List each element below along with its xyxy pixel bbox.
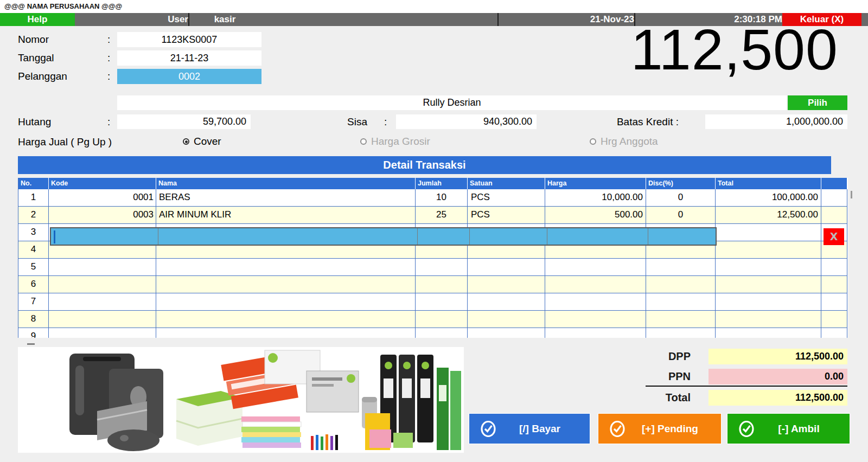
check-circle-icon	[737, 420, 756, 438]
col-header-total: Total	[716, 178, 821, 190]
company-title: @@@ NAMA PERUSAHAAN @@@	[4, 2, 122, 10]
check-circle-icon	[479, 420, 497, 438]
colon: :	[107, 50, 110, 66]
col-header-nama: Nama	[156, 178, 416, 190]
radio-harga-grosir-label[interactable]: Harga Grosir	[371, 134, 430, 149]
help-button[interactable]: Help	[0, 13, 75, 26]
col-header-satuan: Satuan	[468, 178, 545, 190]
pending-button[interactable]: [+] Pending	[598, 413, 722, 444]
total-value: 112,500.00	[709, 390, 847, 406]
table-row[interactable]: 6	[18, 276, 848, 293]
dpp-value: 112,500.00	[709, 349, 847, 364]
office-products-illustration	[18, 347, 464, 453]
check-circle-icon	[608, 420, 627, 438]
pilih-button[interactable]: Pilih	[788, 95, 847, 110]
radio-hrg-anggota-label[interactable]: Hrg Anggota	[601, 134, 658, 149]
hutang-field: 59,700.00	[117, 114, 251, 129]
selection-grid-line	[158, 228, 158, 245]
batas-kredit-label: Batas Kredit :	[592, 114, 679, 129]
selection-grid-line	[648, 228, 648, 245]
table-row[interactable]: 7	[18, 293, 848, 311]
bayar-label: [/] Bayar	[497, 423, 590, 435]
col-header-no: No.	[18, 178, 49, 190]
table-row[interactable]: 2 0003 AIR MINUM KLIR 25 PCS 500.00 0 12…	[18, 207, 848, 224]
radio-harga-grosir-icon[interactable]	[360, 138, 367, 145]
batas-kredit-field: 1,000,000.00	[705, 114, 847, 129]
transaction-table: No. Kode Nama Jumlah Satuan Harga Disc(%…	[18, 178, 848, 338]
radio-cover-icon[interactable]	[183, 138, 189, 145]
hutang-label: Hutang	[18, 114, 51, 129]
table-header-row: No. Kode Nama Jumlah Satuan Harga Disc(%…	[18, 178, 848, 189]
colon: :	[107, 32, 110, 47]
radio-cover-label[interactable]: Cover	[194, 134, 221, 149]
customer-name-field: Rully Desrian	[117, 95, 787, 110]
user-value: kasir	[189, 13, 260, 26]
dpp-label: DPP	[624, 349, 691, 364]
colon: :	[384, 114, 387, 129]
nomor-field[interactable]: 1123KS0007	[117, 32, 261, 47]
colon: :	[107, 69, 110, 84]
summary-separator	[646, 386, 847, 387]
active-cell-selection[interactable]	[50, 227, 717, 246]
pending-label: [+] Pending	[627, 423, 721, 435]
scrollbar-thumb[interactable]	[851, 191, 852, 198]
colon: :	[107, 114, 110, 129]
bayar-button[interactable]: [/] Bayar	[469, 413, 590, 444]
text-cursor	[54, 230, 55, 243]
tanggal-field[interactable]: 21-11-23	[117, 50, 261, 66]
table-row[interactable]: 9	[18, 328, 848, 338]
total-label: Total	[624, 390, 691, 406]
col-header-jumlah: Jumlah	[416, 178, 468, 190]
pelanggan-label: Pelanggan	[18, 69, 99, 84]
harga-jual-label: Harga Jual ( Pg Up )	[18, 134, 112, 150]
col-header-kode: Kode	[49, 178, 156, 190]
ppn-value: 0.00	[709, 369, 847, 384]
window-title: @@@ NAMA PERUSAHAAN @@@	[0, 0, 868, 13]
pelanggan-field[interactable]: 0002	[117, 69, 261, 84]
table-row[interactable]: 1 0001 BERAS 10 PCS 10,000.00 0 100,000.…	[18, 189, 848, 207]
pos-window: @@@ NAMA PERUSAHAAN @@@ Help User kasir …	[0, 0, 868, 462]
ambil-label: [-] Ambil	[756, 423, 850, 435]
selection-grid-line	[469, 228, 470, 245]
selection-grid-line	[417, 228, 418, 245]
table-row[interactable]: 8	[18, 311, 848, 328]
date-display: 21-Nov-23	[497, 13, 650, 26]
table-row[interactable]: 5	[18, 259, 848, 276]
user-label: User	[75, 13, 203, 26]
tanggal-label: Tanggal	[18, 50, 99, 66]
col-header-harga: Harga	[545, 178, 646, 190]
radio-hrg-anggota-icon[interactable]	[590, 138, 596, 145]
amount-display: 112,500	[631, 18, 838, 81]
dash-decoration	[27, 343, 35, 345]
sisa-label: Sisa	[347, 114, 367, 129]
detail-transaksi-header: Detail Transaksi	[18, 156, 831, 174]
selection-grid-line	[547, 228, 547, 245]
col-header-disc: Disc(%)	[646, 178, 716, 190]
sisa-field: 940,300.00	[396, 114, 537, 129]
product-collage-image	[18, 347, 464, 453]
nomor-label: Nomor	[18, 32, 99, 47]
ppn-label: PPN	[624, 369, 691, 384]
ambil-button[interactable]: [-] Ambil	[727, 413, 850, 444]
col-header-extra	[821, 178, 847, 190]
delete-row-button[interactable]: X	[824, 228, 844, 245]
